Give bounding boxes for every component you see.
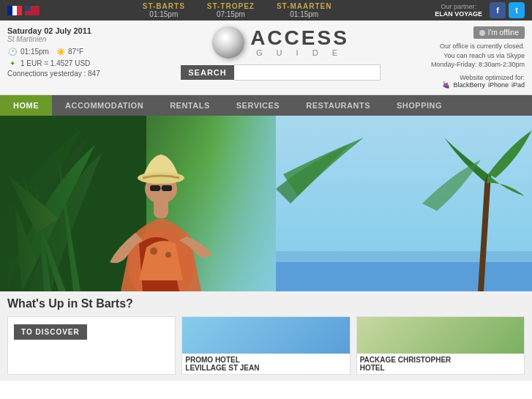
cards-row: TO DISCOVER PROMO HOTELLEVILLAGE ST JEAN… (7, 316, 525, 375)
device-icons: 🍇 BlackBerry iPhone iPad (408, 81, 525, 89)
device-optimized: Website optimized for: 🍇 BlackBerry iPho… (408, 74, 525, 89)
svg-rect-11 (276, 116, 532, 262)
date-display: Saturday 02 July 2011 (7, 26, 154, 35)
card-promo-hotel-title: PROMO HOTELLEVILLAGE ST JEAN (182, 354, 349, 374)
social-icons: f t (490, 2, 525, 18)
flag-french[interactable] (7, 6, 22, 15)
partner-label: Our partner: (441, 3, 476, 10)
partner-name: ELAN VOYAGE (435, 10, 482, 18)
logo-area: ACCESS G U I D E (212, 26, 349, 59)
nav-home[interactable]: HOME (0, 95, 52, 116)
time-row: 🕐 01:15pm ☀️ 87°F (7, 46, 154, 56)
time-display: 01:15pm (20, 48, 49, 56)
currency-display: 1 EUR = 1.4527 USD (20, 59, 90, 67)
search-input[interactable] (234, 64, 381, 81)
city-stmaarten-name: ST-MAARTEN (277, 2, 332, 10)
card-package-image (357, 317, 524, 354)
blackberry-icon: 🍇 (442, 81, 450, 89)
offline-label: I'm offline (488, 29, 519, 37)
logo-guide: G U I D E (250, 48, 349, 57)
city-stmaarten: ST-MAARTEN 01:15pm (277, 2, 332, 18)
nav-bar: HOME ACCOMMODATION RENTALS SERVICES REST… (0, 95, 532, 116)
date-info: Saturday 02 July 2011 St Martinien (7, 26, 154, 43)
city-sttropez-name: ST-TROPEZ (207, 2, 255, 10)
nav-accommodation[interactable]: ACCOMMODATION (52, 95, 157, 116)
svg-rect-6 (150, 185, 160, 191)
facebook-button[interactable]: f (490, 2, 506, 18)
nav-rentals[interactable]: RENTALS (157, 95, 223, 116)
top-bar: ST-BARTS 01:15pm ST-TROPEZ 07:15pm ST-MA… (0, 0, 532, 20)
hero-background (276, 116, 532, 291)
connections-row: Connections yesterday : 847 (7, 70, 154, 78)
city-stbarts-name: ST-BARTS (143, 2, 185, 10)
header: Saturday 02 July 2011 St Martinien 🕐 01:… (0, 20, 532, 95)
card-discover: TO DISCOVER (7, 316, 176, 375)
header-right: I'm offline Our office is currently clos… (408, 26, 525, 89)
card-promo-hotel-image (182, 317, 349, 354)
offline-dot (479, 30, 485, 36)
clock-icon: 🕐 (7, 46, 18, 56)
iphone-label: iPhone (488, 81, 509, 89)
city-sttropez: ST-TROPEZ 07:15pm (207, 2, 255, 18)
card-promo-hotel: PROMO HOTELLEVILLAGE ST JEAN (181, 316, 350, 375)
offline-status: Our office is currently closed. You can … (408, 42, 525, 70)
logo-text: ACCESS G U I D E (250, 28, 349, 57)
bottom-section: What's Up in St Barts? TO DISCOVER PROMO… (0, 291, 532, 381)
svg-point-2 (150, 247, 157, 255)
search-label: SEARCH (181, 65, 233, 80)
flags (7, 6, 40, 15)
flag-english[interactable] (25, 6, 40, 15)
connections-display: Connections yesterday : 847 (7, 70, 100, 78)
nav-shopping[interactable]: SHOPPING (383, 95, 455, 116)
hero-person (88, 119, 234, 291)
logo-access: ACCESS (250, 28, 349, 48)
city-stbarts-time: 01:15pm (143, 10, 185, 18)
section-title: What's Up in St Barts? (7, 297, 525, 310)
card-package-title: PACKAGE CHRISTOPHERHOTEL (357, 354, 524, 374)
city-stbarts: ST-BARTS 01:15pm (143, 2, 185, 18)
hero-banner (0, 116, 532, 291)
ipad-label: iPad (512, 81, 525, 89)
partner-info: Our partner: ELAN VOYAGE (435, 3, 482, 18)
blackberry-label: BlackBerry (453, 81, 485, 89)
weather-display: 87°F (68, 48, 83, 56)
currency-icon: ✦ (7, 58, 18, 68)
city-stmaarten-time: 01:15pm (277, 10, 332, 18)
card-package: PACKAGE CHRISTOPHERHOTEL (356, 316, 525, 375)
svg-rect-13 (276, 251, 532, 262)
twitter-button[interactable]: t (509, 2, 525, 18)
svg-rect-7 (162, 185, 172, 191)
nav-services[interactable]: SERVICES (223, 95, 293, 116)
svg-point-3 (165, 252, 171, 258)
header-center: ACCESS G U I D E SEARCH (154, 26, 408, 81)
city-sttropez-time: 07:15pm (207, 10, 255, 18)
search-bar: SEARCH (181, 64, 380, 81)
to-discover-button[interactable]: TO DISCOVER (14, 324, 87, 340)
card-discover-content: TO DISCOVER (8, 317, 175, 346)
logo-sphere (212, 26, 244, 59)
device-label: Website optimized for: (408, 74, 525, 81)
offline-button[interactable]: I'm offline (473, 26, 525, 39)
city-times: ST-BARTS 01:15pm ST-TROPEZ 07:15pm ST-MA… (40, 2, 435, 18)
header-left: Saturday 02 July 2011 St Martinien 🕐 01:… (7, 26, 154, 79)
weather-icon: ☀️ (56, 48, 65, 56)
location-display: St Martinien (7, 35, 154, 43)
nav-restaurants[interactable]: RESTAURANTS (293, 95, 383, 116)
currency-row: ✦ 1 EUR = 1.4527 USD (7, 58, 154, 68)
